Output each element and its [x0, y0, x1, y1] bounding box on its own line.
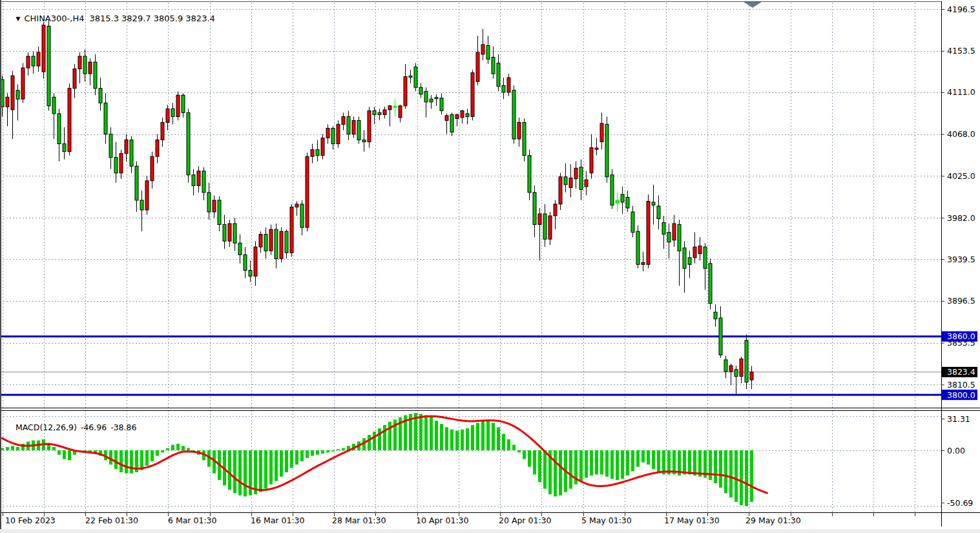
- macd-histogram-bar: [517, 450, 521, 452]
- candle-body: [187, 112, 190, 174]
- candle-body: [331, 128, 335, 143]
- price-axis-label: 3896.5: [947, 296, 975, 306]
- candle-body: [662, 223, 665, 235]
- symbol-dropdown-icon[interactable]: ▼: [16, 16, 21, 22]
- macd-title: MACD(12,26,9): [16, 423, 77, 432]
- candle-body: [440, 98, 443, 111]
- macd-indicator-label: MACD(12,26,9)-46.96-38.86: [5, 413, 140, 442]
- macd-histogram-bar: [378, 428, 381, 450]
- macd-histogram-bar: [486, 419, 490, 450]
- candle-body: [507, 78, 510, 92]
- candle-body: [714, 312, 717, 319]
- candle-body: [481, 45, 485, 54]
- candle-body: [192, 175, 195, 186]
- horizontal-line[interactable]: [0, 335, 941, 337]
- candle-body: [166, 109, 169, 122]
- candle-body: [445, 116, 448, 121]
- candle-body: [626, 197, 629, 208]
- candle-body: [383, 110, 386, 115]
- candle-body: [605, 124, 609, 176]
- candle-body: [683, 248, 686, 269]
- macd-histogram-bar: [450, 430, 454, 450]
- candle-body: [492, 57, 495, 74]
- candle-body: [68, 89, 71, 152]
- candle-body: [636, 231, 640, 264]
- candle-body: [724, 360, 727, 371]
- macd-histogram-bar: [290, 450, 293, 468]
- candle-body: [326, 128, 329, 138]
- macd-histogram-bar: [342, 448, 345, 450]
- candle-body: [719, 318, 722, 355]
- macd-histogram-bar: [497, 427, 500, 450]
- candle-body: [300, 204, 304, 227]
- chart-title: ▼CHINA300-,H43815.3 3829.7 3805.9 3823.4: [5, 4, 215, 33]
- candle-body: [533, 193, 536, 225]
- candle-body: [667, 233, 671, 242]
- candle-body: [6, 97, 9, 107]
- candle-body: [409, 76, 412, 78]
- macd-histogram-bar: [492, 423, 495, 451]
- candle-body: [698, 246, 702, 254]
- macd-histogram-bar: [507, 439, 510, 450]
- candle-body: [342, 116, 345, 124]
- candle-body: [130, 140, 133, 167]
- macd-histogram-bar: [68, 450, 71, 460]
- candle-body: [735, 370, 738, 377]
- macd-histogram-bar: [430, 417, 433, 450]
- macd-histogram-bar: [693, 450, 696, 476]
- candle-body: [161, 122, 164, 140]
- candle-body: [223, 225, 226, 242]
- candle-body: [114, 158, 118, 173]
- candle-body: [94, 62, 97, 89]
- price-axis-label: 4153.5: [947, 46, 975, 56]
- candle-body: [502, 85, 505, 92]
- candle-body: [306, 156, 309, 227]
- macd-histogram-bar: [254, 450, 257, 494]
- macd-histogram-bar: [585, 450, 588, 478]
- macd-histogram-bar: [166, 448, 169, 450]
- candle-body: [709, 264, 712, 304]
- candle-body: [337, 124, 340, 143]
- candle-body: [373, 110, 376, 114]
- time-axis-label: 10 Feb 2023: [5, 516, 56, 525]
- macd-histogram-bar: [269, 450, 273, 485]
- candle-body: [393, 106, 397, 107]
- macd-histogram-bar: [512, 445, 516, 451]
- macd-histogram-bar: [306, 450, 309, 458]
- candle-body: [424, 91, 428, 102]
- candle-body: [125, 140, 128, 154]
- candle-body: [52, 97, 56, 114]
- candle-body: [631, 212, 634, 233]
- candle-body: [290, 207, 293, 253]
- macd-histogram-bar: [368, 435, 371, 450]
- candle-body: [704, 247, 707, 268]
- macd-histogram-bar: [559, 450, 562, 496]
- candle-body: [600, 123, 603, 142]
- macd-histogram-bar: [523, 450, 526, 459]
- candle-body: [378, 112, 381, 114]
- macd-histogram-bar: [719, 450, 722, 488]
- candle-body: [621, 194, 624, 202]
- macd-histogram-bar: [161, 450, 164, 452]
- macd-histogram-bar: [331, 450, 335, 452]
- candle-body: [517, 122, 521, 139]
- macd-histogram-bar: [440, 424, 443, 450]
- horizontal-line[interactable]: [0, 394, 941, 396]
- macd-histogram-bar: [502, 434, 505, 451]
- candle-body: [657, 206, 660, 219]
- candle-body: [616, 200, 619, 204]
- chart-window: 4196.54153.54111.04068.04025.03982.03939…: [0, 0, 980, 533]
- candle-body: [32, 56, 35, 66]
- candlestick-chart[interactable]: 4196.54153.54111.04068.04025.03982.03939…: [0, 0, 980, 533]
- price-axis-label: 4196.5: [947, 5, 975, 14]
- macd-histogram-bar: [481, 421, 485, 450]
- candle-body: [590, 148, 593, 173]
- symbol-period-label: CHINA300-,H4: [24, 14, 84, 23]
- macd-histogram-bar: [631, 450, 634, 471]
- macd-main-value: -46.96: [81, 423, 107, 432]
- macd-histogram-bar: [52, 447, 56, 450]
- macd-histogram-bar: [688, 450, 691, 474]
- time-axis-label: 20 Apr 01:30: [499, 516, 552, 525]
- candle-body: [197, 171, 200, 186]
- price-axis-label: 4068.0: [947, 129, 975, 139]
